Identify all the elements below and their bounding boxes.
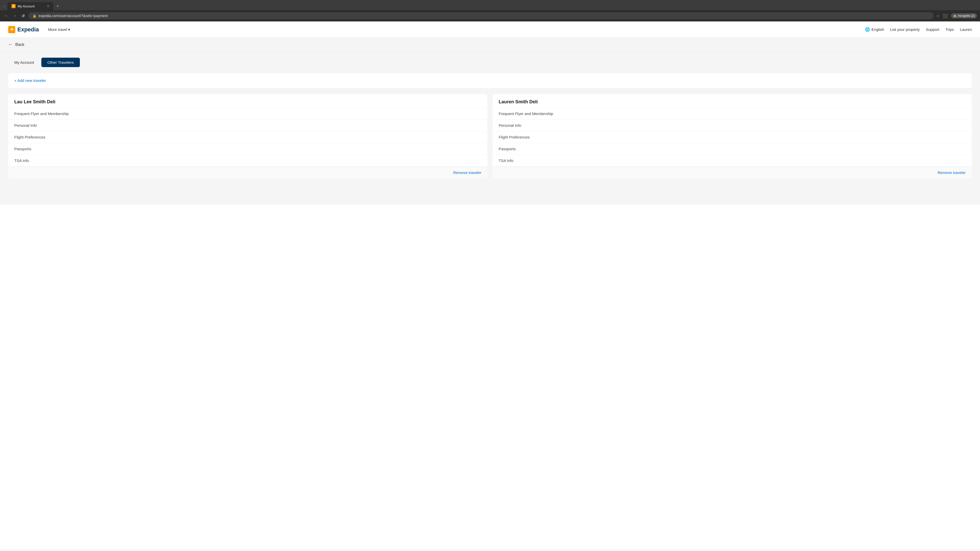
header-right: 🌐 English List your property Support Tri… <box>865 27 972 32</box>
back-arrow-icon[interactable]: ← <box>8 42 13 47</box>
traveler-name: Lauren Smith Deli <box>499 99 966 105</box>
logo[interactable]: ✈ Expedia <box>8 26 39 33</box>
main-content: My Account Other Travelers + Add new tra… <box>0 52 980 205</box>
incognito-label: Incognito (2) <box>958 14 975 17</box>
lock-icon: 🔒 <box>32 14 37 18</box>
add-traveler-card: + Add new traveler <box>8 73 972 88</box>
remove-traveler-link[interactable]: Remove traveler <box>938 170 966 175</box>
traveler-item[interactable]: TSA Info <box>8 155 487 167</box>
more-travel-label: More travel <box>48 27 67 32</box>
incognito-icon: 🕵 <box>953 14 957 17</box>
tab-favicon: ✈ <box>11 4 16 8</box>
traveler-item[interactable]: Frequent Flyer and Membership <box>493 108 972 120</box>
browser-tab[interactable]: ✈ My Account × <box>7 2 53 10</box>
browser-chrome: ‹ ✈ My Account × + ← → ↺ 🔒 expedia.com/u… <box>0 0 980 21</box>
url-bar[interactable]: 🔒 expedia.com/user/account/?&selc=paymen… <box>28 12 934 19</box>
language-label: English <box>872 27 884 32</box>
tab-arrow[interactable]: ‹ <box>2 3 6 9</box>
site-header: ✈ Expedia More travel ▾ 🌐 English List y… <box>0 21 980 38</box>
back-label[interactable]: Back <box>15 42 24 47</box>
logo-icon: ✈ <box>8 26 15 33</box>
forward-button[interactable]: → <box>12 13 18 19</box>
more-travel-menu[interactable]: More travel ▾ <box>45 25 73 34</box>
remove-traveler-link[interactable]: Remove traveler <box>453 170 481 175</box>
close-tab-button[interactable]: × <box>47 4 49 8</box>
traveler-name: Lau Lee Smith Deli <box>14 99 481 105</box>
language-selector[interactable]: 🌐 English <box>865 27 884 32</box>
traveler-card: Lauren Smith DeliFrequent Flyer and Memb… <box>493 94 972 179</box>
browser-actions: ☆ ⬛ 🕵 Incognito (2) <box>936 13 977 18</box>
support-link[interactable]: Support <box>926 27 939 32</box>
tab-bar: ‹ ✈ My Account × + <box>0 0 980 10</box>
url-text: expedia.com/user/account/?&selc=payment <box>38 14 929 18</box>
back-button[interactable]: ← <box>3 13 9 19</box>
breadcrumb: ← Back <box>0 38 980 52</box>
tab-my-account[interactable]: My Account <box>8 58 40 67</box>
travelers-grid: Lau Lee Smith DeliFrequent Flyer and Mem… <box>8 94 972 179</box>
more-travel-chevron: ▾ <box>68 27 70 32</box>
address-bar: ← → ↺ 🔒 expedia.com/user/account/?&selc=… <box>0 10 980 21</box>
traveler-item[interactable]: Flight Preferences <box>8 131 487 143</box>
incognito-badge[interactable]: 🕵 Incognito (2) <box>951 13 977 18</box>
trips-link[interactable]: Trips <box>945 27 954 32</box>
traveler-card: Lau Lee Smith DeliFrequent Flyer and Mem… <box>8 94 487 179</box>
traveler-item[interactable]: TSA Info <box>493 155 972 167</box>
traveler-item[interactable]: Flight Preferences <box>493 131 972 143</box>
user-account-link[interactable]: Lauren <box>960 27 972 32</box>
tab-other-travelers[interactable]: Other Travelers <box>41 58 80 67</box>
traveler-item[interactable]: Personal Info <box>8 120 487 131</box>
traveler-item[interactable]: Passports <box>8 143 487 155</box>
bookmark-icon[interactable]: ☆ <box>936 14 940 18</box>
add-traveler-link[interactable]: + Add new traveler <box>14 78 46 83</box>
globe-icon: 🌐 <box>865 27 870 32</box>
list-property-link[interactable]: List your property <box>890 27 920 32</box>
traveler-item[interactable]: Personal Info <box>493 120 972 131</box>
tabs-row: My Account Other Travelers <box>8 58 972 67</box>
new-tab-button[interactable]: + <box>54 3 61 10</box>
traveler-item[interactable]: Frequent Flyer and Membership <box>8 108 487 120</box>
traveler-item[interactable]: Passports <box>493 143 972 155</box>
page: ✈ Expedia More travel ▾ 🌐 English List y… <box>0 21 980 549</box>
tab-title: My Account <box>18 4 45 8</box>
extensions-icon[interactable]: ⬛ <box>943 14 948 18</box>
logo-text: Expedia <box>18 26 39 33</box>
refresh-button[interactable]: ↺ <box>21 13 26 19</box>
